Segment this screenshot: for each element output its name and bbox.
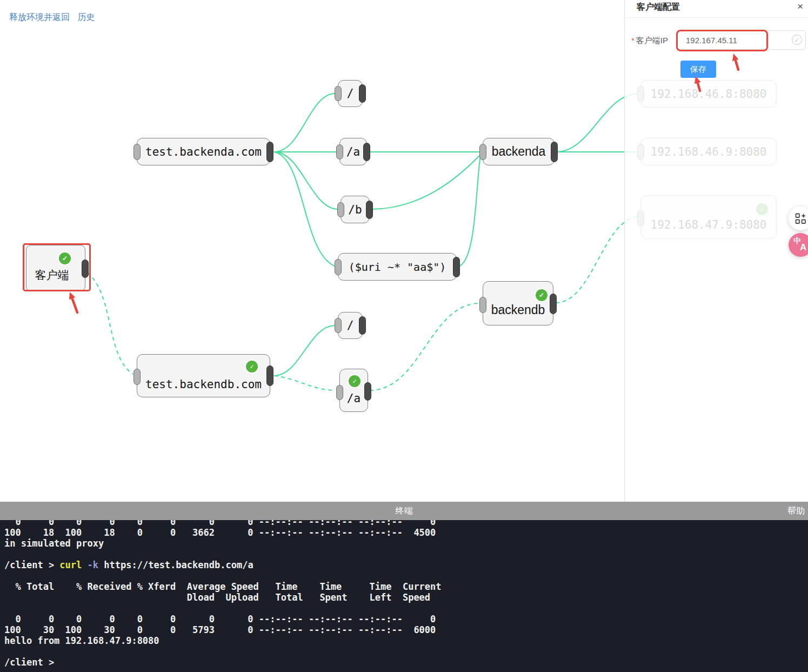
check-badge-icon: ✓ — [246, 361, 258, 372]
toolbar: 释放环境并返回 历史 — [9, 12, 95, 23]
node-test-backenda-com[interactable]: test.backenda.com — [137, 138, 270, 165]
client-ip-label: *客户端IP — [631, 36, 668, 46]
node-label: test.backendb.com — [145, 378, 262, 391]
node-path-root-b[interactable]: / — [338, 312, 363, 339]
terminal-title: 终端 — [0, 505, 808, 517]
node-regex-rule[interactable]: ($uri ~* "aa$") — [338, 253, 457, 281]
output-port[interactable] — [453, 257, 460, 277]
node-label: backendb — [491, 303, 545, 317]
terminal-line: 100 18 100 18 0 0 3662 0 --:--:-- --:--:… — [4, 527, 808, 538]
client-ip-input[interactable] — [677, 30, 806, 50]
input-port[interactable] — [337, 202, 344, 217]
edge-testa-root — [274, 94, 335, 152]
node-label: ($uri ~* "aa$") — [349, 261, 446, 274]
client-ip-label-text: 客户端IP — [636, 36, 668, 45]
node-label: backenda — [492, 144, 546, 159]
node-path-a[interactable]: /a — [339, 138, 367, 165]
input-port[interactable] — [335, 318, 342, 333]
node-label: / — [347, 87, 354, 100]
terminal-titlebar: 终端 帮助 — [0, 502, 808, 520]
terminal-line — [4, 646, 808, 657]
terminal-line — [4, 570, 808, 581]
output-port[interactable] — [266, 365, 273, 386]
input-port[interactable] — [479, 297, 486, 313]
node-label: 客户端 — [35, 268, 69, 283]
output-port[interactable] — [82, 260, 89, 278]
translate-button[interactable]: 中 A — [789, 233, 808, 257]
output-port[interactable] — [359, 84, 366, 103]
output-port[interactable] — [363, 143, 370, 161]
node-backendb[interactable]: ✓ backendb — [483, 281, 553, 325]
input-port[interactable] — [336, 385, 343, 400]
check-badge-icon: ✓ — [349, 375, 360, 387]
components-button[interactable] — [789, 207, 808, 230]
node-client[interactable]: ✓ 客户端 — [26, 245, 85, 291]
input-port[interactable] — [479, 144, 486, 160]
node-path-b[interactable]: /b — [340, 196, 370, 223]
node-backenda[interactable]: backenda — [483, 138, 555, 165]
node-label: test.backenda.com — [145, 145, 262, 158]
check-badge-icon: ✓ — [536, 289, 547, 301]
output-port[interactable] — [550, 294, 557, 314]
output-port[interactable] — [551, 142, 558, 162]
node-label: /b — [348, 203, 362, 216]
terminal-line: hello from 192.168.47.9:8080 — [4, 635, 808, 646]
translate-icon-latin: A — [800, 242, 806, 253]
edge-pathb-backenda — [371, 155, 480, 209]
required-mark: * — [631, 36, 635, 45]
output-port[interactable] — [366, 201, 373, 219]
edge-testb-rootb — [274, 325, 335, 376]
valid-check-icon: ✓ — [792, 35, 802, 45]
node-test-backendb-com[interactable]: ✓ test.backendb.com — [137, 354, 270, 397]
edge-testb-patha2 — [274, 376, 335, 390]
panel-title: 客户端配置 — [637, 2, 680, 13]
client-config-panel: 客户端配置 × *客户端IP ✓ 保存 — [624, 0, 808, 502]
release-env-link[interactable]: 释放环境并返回 — [9, 12, 70, 22]
node-label: /a — [346, 145, 360, 158]
history-link[interactable]: 历史 — [77, 12, 95, 22]
close-icon[interactable]: × — [797, 1, 803, 12]
terminal-line: /client > — [4, 657, 808, 668]
input-port[interactable] — [133, 144, 141, 160]
widgets-icon — [795, 213, 806, 224]
terminal-line: /client > curl -k https://test.backendb.… — [4, 560, 808, 570]
terminal-panel[interactable]: 0 0 0 0 0 0 0 0 --:--:-- --:--:-- --:--:… — [0, 520, 808, 672]
node-path-root-a[interactable]: / — [338, 80, 363, 107]
terminal-line: 0 0 0 0 0 0 0 0 --:--:-- --:--:-- --:--:… — [4, 614, 808, 624]
app-window: 释放环境并返回 历史 ✓ 客户端 test.backenda.com / — [0, 0, 808, 672]
input-port[interactable] — [336, 144, 343, 159]
node-label: / — [347, 319, 354, 332]
help-link[interactable]: 帮助 — [787, 505, 805, 517]
terminal-line: % Total % Received % Xferd Average Speed… — [4, 581, 808, 592]
terminal-line: 0 0 0 0 0 0 0 0 --:--:-- --:--:-- --:--:… — [4, 520, 808, 527]
terminal-line — [4, 549, 808, 560]
terminal-line: in simulated proxy — [4, 538, 808, 549]
edge-testa-pathb — [274, 152, 338, 209]
terminal-line — [4, 603, 808, 614]
check-badge-icon: ✓ — [59, 252, 71, 264]
edge-patha2-backendb — [370, 303, 479, 390]
save-button[interactable]: 保存 — [680, 61, 716, 78]
input-port[interactable] — [335, 86, 342, 101]
output-port[interactable] — [364, 382, 371, 401]
terminal-line: Dload Upload Total Spent Left Speed — [4, 592, 808, 603]
input-port[interactable] — [335, 259, 342, 275]
input-port[interactable] — [133, 369, 141, 385]
edge-testa-regex — [274, 152, 336, 267]
output-port[interactable] — [266, 142, 273, 162]
terminal-line: 100 30 100 30 0 0 5793 0 --:--:-- --:--:… — [4, 624, 808, 635]
node-path-a2[interactable]: ✓ /a — [339, 369, 368, 412]
node-label: /a — [347, 392, 360, 405]
terminal-output: 0 0 0 0 0 0 0 0 --:--:-- --:--:-- --:--:… — [4, 520, 808, 668]
output-port[interactable] — [359, 316, 366, 335]
panel-divider — [625, 17, 808, 18]
edge-client-testb — [82, 269, 133, 374]
